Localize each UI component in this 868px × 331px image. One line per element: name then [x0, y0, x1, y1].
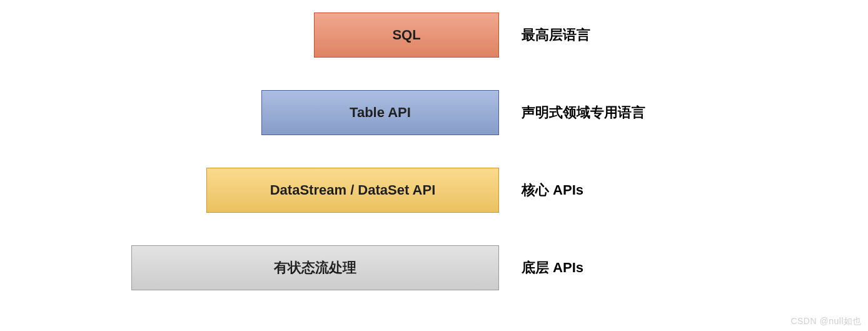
layer-label-table-api: 声明式领域专用语言 [522, 103, 645, 122]
layer-row-stateful: 有状态流处理 底层 APIs [0, 245, 688, 290]
layer-box-table-api: Table API [261, 90, 499, 135]
box-wrap: 有状态流处理 [0, 245, 499, 290]
box-wrap: SQL [0, 13, 499, 58]
layer-box-sql: SQL [314, 13, 499, 58]
layer-box-stateful: 有状态流处理 [131, 245, 499, 290]
layer-box-datastream: DataStream / DataSet API [206, 168, 499, 213]
layer-label-sql: 最高层语言 [522, 26, 590, 44]
box-wrap: DataStream / DataSet API [0, 168, 499, 213]
watermark-text: CSDN @null如也 [790, 316, 862, 327]
layer-label-datastream: 核心 APIs [522, 181, 583, 200]
layer-label-stateful: 底层 APIs [522, 258, 583, 277]
layer-row-datastream: DataStream / DataSet API 核心 APIs [0, 168, 688, 213]
layer-row-sql: SQL 最高层语言 [0, 13, 688, 58]
box-wrap: Table API [0, 90, 499, 135]
api-layers-diagram: SQL 最高层语言 Table API 声明式领域专用语言 DataStream… [0, 13, 688, 290]
layer-row-table-api: Table API 声明式领域专用语言 [0, 90, 688, 135]
